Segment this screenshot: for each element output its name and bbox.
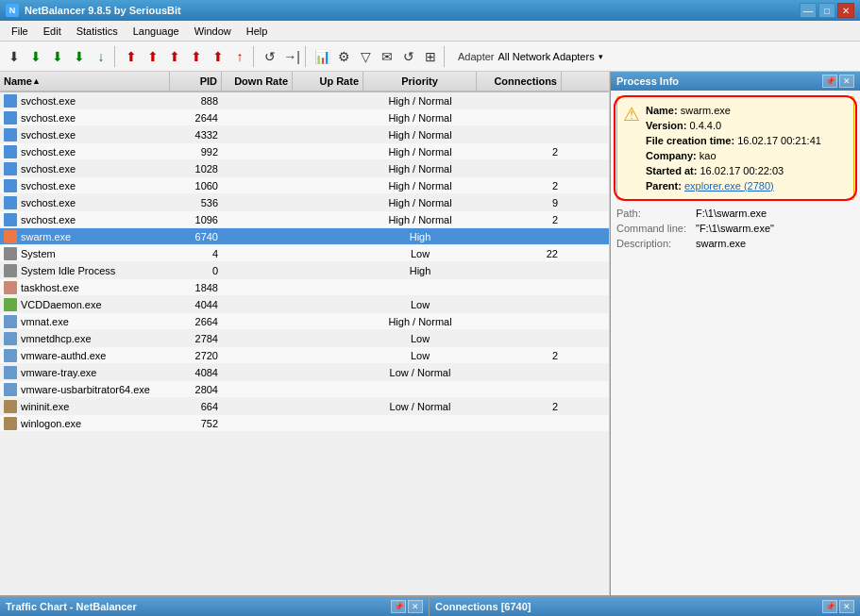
process-name: wininit.exe	[21, 401, 69, 412]
table-row[interactable]: vmnetdhcp.exe 2784 Low	[0, 330, 609, 347]
list-header: Name ▲ PID Down Rate Up Rate Priority Co…	[0, 72, 609, 92]
toolbar-btn-8[interactable]: ⬆	[164, 46, 185, 67]
process-icon	[4, 196, 17, 209]
process-icon	[4, 264, 17, 277]
toolbar-btn-6[interactable]: ⬆	[121, 46, 142, 67]
table-row[interactable]: svchost.exe 992 High / Normal 2	[0, 143, 609, 160]
table-row[interactable]: VCDDaemon.exe 4044 Low	[0, 296, 609, 313]
toolbar-btn-11[interactable]: ↑	[229, 46, 250, 67]
cell-name: svchost.exe	[0, 94, 170, 108]
menu-file[interactable]: File	[4, 24, 36, 39]
menu-language[interactable]: Language	[126, 24, 187, 39]
separator-1	[114, 46, 118, 67]
adapter-value: All Network Adapters	[498, 51, 595, 62]
toolbar-btn-1[interactable]: ⬇	[4, 46, 25, 67]
process-name: svchost.exe	[21, 112, 76, 124]
table-row[interactable]: svchost.exe 1096 High / Normal 2	[0, 211, 609, 228]
traffic-chart: Traffic Chart - NetBalancer 📌 ✕ Traffic …	[0, 597, 430, 616]
table-row[interactable]: vmware-tray.exe 4084 Low / Normal	[0, 364, 609, 381]
toolbar-btn-4[interactable]: ⬇	[69, 46, 90, 67]
cell-priority: High / Normal	[363, 112, 477, 124]
info-creation-row: File creation time: 16.02.17 00:21:41	[646, 133, 821, 148]
table-row[interactable]: System Idle Process 0 High	[0, 262, 609, 279]
minimize-button[interactable]: —	[800, 3, 817, 18]
conn-close-button[interactable]: ✕	[839, 600, 854, 613]
toolbar-btn-filter[interactable]: ▽	[355, 46, 376, 67]
table-row[interactable]: svchost.exe 4332 High / Normal	[0, 126, 609, 143]
table-row[interactable]: swarm.exe 6740 High	[0, 228, 609, 245]
toolbar-btn-18[interactable]: ⊞	[420, 46, 441, 67]
toolbar-btn-16[interactable]: ✉	[377, 46, 397, 67]
toolbar-btn-15[interactable]: ⚙	[333, 46, 354, 67]
panel-close-button[interactable]: ✕	[839, 75, 854, 88]
process-name: svchost.exe	[21, 146, 76, 158]
table-row[interactable]: winlogon.exe 752	[0, 415, 609, 432]
process-icon	[4, 111, 17, 125]
bottom-area: Traffic Chart - NetBalancer 📌 ✕ Traffic …	[0, 595, 860, 616]
table-row[interactable]: svchost.exe 536 High / Normal 9	[0, 194, 609, 211]
menu-window[interactable]: Window	[187, 24, 239, 39]
cell-priority: High / Normal	[363, 146, 477, 158]
cell-conn: 9	[477, 197, 562, 208]
toolbar-btn-9[interactable]: ⬆	[186, 46, 207, 67]
col-header-priority[interactable]: Priority	[363, 72, 477, 91]
maximize-button[interactable]: □	[818, 3, 835, 18]
separator-3	[305, 46, 309, 67]
menu-statistics[interactable]: Statistics	[69, 24, 126, 39]
process-icon	[4, 417, 17, 430]
menu-bar: File Edit Statistics Language Window Hel…	[0, 21, 860, 42]
process-icon	[4, 247, 17, 260]
cell-pid: 4	[170, 248, 222, 259]
adapter-dropdown[interactable]: All Network Adapters ▾	[498, 51, 603, 62]
info-cmdline-field: Command line: "F:\1\swarm.exe"	[616, 223, 854, 234]
col-header-pid[interactable]: PID	[170, 72, 222, 91]
col-header-name[interactable]: Name ▲	[0, 72, 170, 91]
chart-pin-button[interactable]: 📌	[391, 600, 406, 613]
close-button[interactable]: ✕	[837, 3, 854, 18]
conn-pin-button[interactable]: 📌	[822, 600, 837, 613]
toolbar-btn-17[interactable]: ↺	[398, 46, 419, 67]
cell-name: vmnetdhcp.exe	[0, 332, 170, 345]
cell-name: vmware-authd.exe	[0, 349, 170, 362]
process-icon	[4, 230, 17, 243]
toolbar-btn-7[interactable]: ⬆	[143, 46, 163, 67]
panel-pin-button[interactable]: 📌	[822, 75, 837, 88]
process-icon	[4, 162, 17, 175]
toolbar-btn-14[interactable]: 📊	[312, 46, 332, 67]
table-row[interactable]: vmnat.exe 2664 High / Normal	[0, 313, 609, 330]
table-row[interactable]: vmware-authd.exe 2720 Low 2	[0, 347, 609, 364]
toolbar-btn-12[interactable]: ↺	[260, 46, 280, 67]
table-row[interactable]: vmware-usbarbitrator64.exe 2804	[0, 381, 609, 398]
toolbar-btn-5[interactable]: ↓	[91, 46, 111, 67]
col-header-conn[interactable]: Connections	[477, 72, 562, 91]
info-parent-row: Parent: explorer.exe (2780)	[646, 178, 821, 193]
process-name: winlogon.exe	[21, 418, 81, 429]
toolbar-btn-3[interactable]: ⬇	[47, 46, 68, 67]
cell-pid: 4084	[170, 367, 222, 378]
cell-priority: High / Normal	[363, 197, 477, 208]
table-row[interactable]: svchost.exe 1028 High / Normal	[0, 160, 609, 177]
table-row[interactable]: svchost.exe 888 High / Normal	[0, 92, 609, 109]
menu-edit[interactable]: Edit	[36, 24, 69, 39]
cell-name: wininit.exe	[0, 400, 170, 413]
table-row[interactable]: taskhost.exe 1848	[0, 279, 609, 296]
col-header-up[interactable]: Up Rate	[293, 72, 363, 91]
toolbar-btn-13[interactable]: →|	[281, 46, 302, 67]
toolbar-btn-2[interactable]: ⬇	[25, 46, 46, 67]
cell-name: svchost.exe	[0, 128, 170, 142]
table-row[interactable]: System 4 Low 22	[0, 245, 609, 262]
toolbar-btn-10[interactable]: ⬆	[208, 46, 228, 67]
menu-help[interactable]: Help	[239, 24, 276, 39]
cell-conn: 22	[477, 248, 562, 259]
table-row[interactable]: svchost.exe 2644 High / Normal	[0, 109, 609, 126]
parent-link[interactable]: explorer.exe (2780)	[684, 180, 774, 191]
cell-pid: 2664	[170, 316, 222, 327]
table-row[interactable]: svchost.exe 1060 High / Normal 2	[0, 177, 609, 194]
info-started-row: Started at: 16.02.17 00:22:03	[646, 163, 821, 178]
cell-pid: 664	[170, 401, 222, 412]
chart-close-button[interactable]: ✕	[408, 600, 423, 613]
process-list-body[interactable]: svchost.exe 888 High / Normal svchost.ex…	[0, 92, 609, 595]
col-header-down[interactable]: Down Rate	[222, 72, 293, 91]
table-row[interactable]: wininit.exe 664 Low / Normal 2	[0, 398, 609, 415]
process-info-header: Process Info 📌 ✕	[611, 72, 860, 91]
